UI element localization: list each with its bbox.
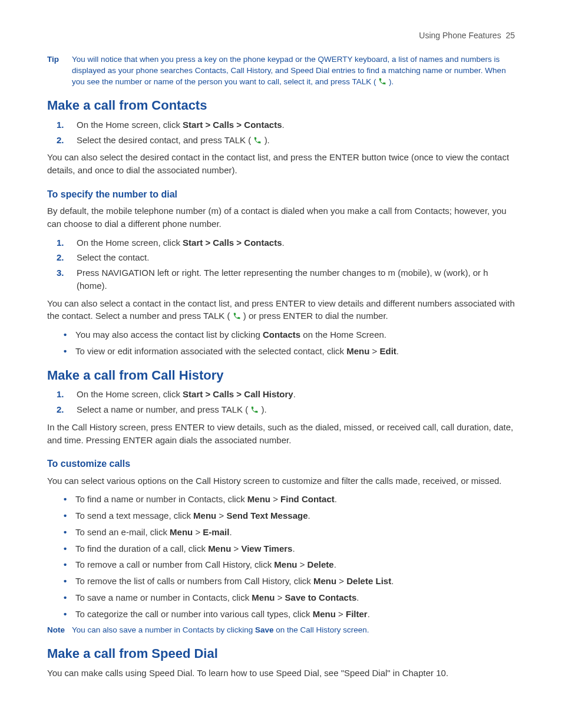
step-item: 1. On the Home screen, click Start > Cal…: [73, 236, 515, 249]
body-text: In the Call History screen, press ENTER …: [47, 421, 515, 447]
page-number: 25: [505, 31, 515, 40]
bullet-list: To find a name or number in Contacts, cl…: [47, 493, 515, 620]
step-item: 2. Select a name or number, and press TA…: [73, 403, 515, 416]
step-item: 1. On the Home screen, click Start > Cal…: [73, 118, 515, 131]
list-item: To save a name or number in Contacts, cl…: [73, 591, 515, 604]
body-text: You can select various options on the Ca…: [47, 475, 515, 487]
section-name: Using Phone Features: [419, 31, 501, 40]
body-text: By default, the mobile telephone number …: [47, 205, 515, 230]
talk-icon: [250, 404, 259, 413]
note-callout: Note You can also save a number in Conta…: [47, 625, 515, 636]
list-item: To send an e-mail, click Menu > E-mail.: [73, 526, 515, 539]
manual-page: Using Phone Features 25 Tip You will not…: [0, 0, 562, 728]
heading-make-call-speeddial: Make a call from Speed Dial: [47, 644, 515, 663]
note-label: Note: [47, 625, 72, 636]
talk-icon: [378, 77, 386, 85]
step-item: 2. Select the contact.: [73, 251, 515, 264]
bullet-list: You may also access the contact list by …: [47, 328, 515, 358]
note-text: You can also save a number in Contacts b…: [72, 625, 515, 636]
step-item: 1. On the Home screen, click Start > Cal…: [73, 388, 515, 401]
list-item: To find a name or number in Contacts, cl…: [73, 493, 515, 506]
list-item: To remove the list of calls or numbers f…: [73, 575, 515, 588]
tip-text: You will notice that when you press a ke…: [72, 54, 515, 88]
list-item: To view or edit information associated w…: [73, 345, 515, 358]
step-item: 3. Press NAVIGATION left or right. The l…: [73, 266, 515, 292]
list-item: To remove a call or number from Call His…: [73, 558, 515, 571]
heading-make-call-history: Make a call from Call History: [47, 366, 515, 385]
step-item: 2. Select the desired contact, and press…: [73, 134, 515, 147]
body-text: You can also select a contact in the con…: [47, 297, 515, 323]
list-item: To send a text message, click Menu > Sen…: [73, 509, 515, 522]
body-text: You can make calls using Speed Dial. To …: [47, 667, 515, 680]
subheading-specify-number: To specify the number to dial: [47, 187, 515, 201]
steps-specify: 1. On the Home screen, click Start > Cal…: [47, 236, 515, 292]
tip-callout: Tip You will notice that when you press …: [47, 54, 515, 88]
steps-history: 1. On the Home screen, click Start > Cal…: [47, 388, 515, 416]
talk-icon: [233, 311, 241, 319]
subheading-customize-calls: To customize calls: [47, 457, 515, 470]
steps-contacts: 1. On the Home screen, click Start > Cal…: [47, 118, 515, 147]
list-item: To categorize the call or number into va…: [73, 608, 515, 621]
body-text: You can also select the desired contact …: [47, 151, 515, 177]
list-item: To find the duration of a call, click Me…: [73, 542, 515, 555]
running-header: Using Phone Features 25: [47, 29, 515, 41]
heading-make-call-contacts: Make a call from Contacts: [47, 96, 515, 115]
tip-label: Tip: [47, 54, 72, 88]
talk-icon: [253, 135, 262, 143]
list-item: You may also access the contact list by …: [73, 328, 515, 341]
